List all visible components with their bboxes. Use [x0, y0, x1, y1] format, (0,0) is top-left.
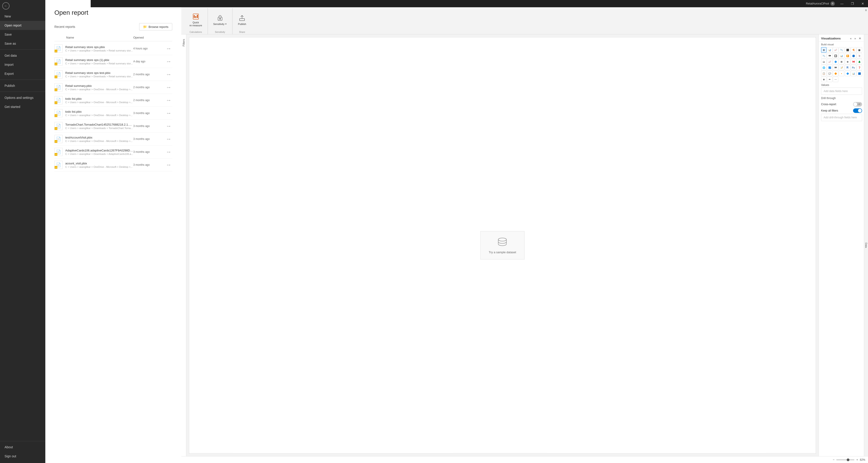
canvas-area: Try a sample dataset [186, 34, 434, 231]
report-path: C > Users > asanglikar > OneDrive - Micr… [65, 101, 133, 104]
file-icon: 📄 d [54, 135, 63, 143]
open-report-title: Open report [54, 9, 172, 16]
report-opened: 3 months ago [133, 137, 165, 141]
report-info: todo list.pbix C > Users > asanglikar > … [65, 110, 133, 117]
sidebar-item-new[interactable]: New [0, 12, 45, 21]
report-opened: 3 months ago [133, 112, 165, 115]
report-item[interactable]: 📄 d acount_visit.pbix C > Users > asangl… [54, 158, 172, 171]
column-name-header: Name [54, 36, 133, 39]
svg-rect-6 [240, 19, 245, 21]
filters-panel: Filters [181, 34, 186, 231]
report-table-header: Name Opened [54, 34, 172, 41]
report-item[interactable]: 📄 d Retail summary store ops (1).pbix C … [54, 55, 172, 68]
sensitivity-dropdown-icon: ▼ [225, 23, 227, 25]
file-badge: d [55, 102, 57, 104]
report-item[interactable]: 📄 d Retail summary store ops test.pbix C… [54, 68, 172, 81]
report-item[interactable]: 📄 d testAccountVisit.pbix C > Users > as… [54, 133, 172, 146]
pin-button[interactable]: ⊶ [165, 163, 172, 167]
share-group-label: Share [239, 31, 245, 34]
report-item[interactable]: 📄 d Retail summary store ops.pbix C > Us… [54, 42, 172, 55]
report-path: C > Users > asanglikar > OneDrive - Micr… [65, 140, 133, 142]
report-path: C > Users > asanglikar > OneDrive - Micr… [65, 114, 133, 117]
report-name: todo list.pbix [65, 97, 133, 100]
report-path: C > Users > asanglikar > OneDrive - Micr… [65, 88, 133, 91]
report-opened: 2 months ago [133, 86, 165, 89]
report-item[interactable]: 📄 d AdaptiveCards106.adaptiveCards1267F9… [54, 146, 172, 158]
report-path: C > Users > asanglikar > OneDrive - Micr… [65, 166, 133, 168]
sidebar-item-save-as[interactable]: Save as [0, 39, 45, 48]
browse-reports-button[interactable]: 📁 Browse reports [139, 23, 172, 30]
report-info: AdaptiveCards106.adaptiveCards1267F9A029… [65, 149, 133, 155]
report-info: Retail summary store ops (1).pbix C > Us… [65, 58, 133, 65]
pin-button[interactable]: ⊶ [165, 137, 172, 141]
svg-point-5 [219, 18, 221, 20]
report-name: TornadoChart.TornadoChart1452517688218.2… [65, 123, 133, 126]
sidebar-item-save[interactable]: Save [0, 30, 45, 39]
report-name: testAccountVisit.pbix [65, 136, 133, 139]
open-report-panel: Open report Recent reports 📁 Browse repo… [45, 0, 181, 231]
report-name: Retail summary.pbix [65, 84, 133, 88]
sidebar-item-publish[interactable]: Publish [0, 81, 45, 90]
report-name: Retail summary store ops (1).pbix [65, 58, 133, 62]
report-path: C > Users > asanglikar > Downloads > Ada… [65, 153, 133, 155]
sidebar-nav: New Open report Save Save as Get data Im… [0, 12, 45, 231]
publish-label: Publish [238, 23, 246, 25]
folder-icon: 📁 [143, 25, 147, 29]
svg-rect-1 [194, 15, 195, 18]
report-path: C > Users > asanglikar > Downloads > Ret… [65, 62, 133, 65]
sensitivity-button[interactable]: Sensitivity ▼ [212, 13, 229, 26]
sidebar-item-import[interactable]: Import [0, 60, 45, 69]
file-badge: d [55, 63, 57, 65]
pin-button[interactable]: ⊶ [165, 85, 172, 90]
sidebar-item-get-started[interactable]: Get started [0, 102, 45, 111]
sidebar-item-open-report[interactable]: Open report [0, 21, 45, 30]
title-bar: RetailAuroraClPool R — ❐ ✕ [91, 0, 434, 7]
sensitivity-label: Sensitivity [213, 23, 225, 25]
report-item[interactable]: 📄 d TornadoChart.TornadoChart14525176882… [54, 120, 172, 133]
report-item[interactable]: 📄 d Retail summary.pbix C > Users > asan… [54, 81, 172, 94]
pin-button[interactable]: ⊶ [165, 72, 172, 77]
report-item[interactable]: 📄 d todo list.pbix C > Users > asanglika… [54, 94, 172, 107]
sidebar-divider-2 [0, 80, 45, 80]
file-icon: 📄 d [54, 148, 63, 156]
pin-button[interactable]: ⊶ [165, 111, 172, 115]
pin-button[interactable]: ⊶ [165, 124, 172, 128]
quick-measure-button[interactable]: Quickre measure [188, 12, 204, 28]
column-pin-header [165, 36, 172, 39]
sensitivity-group-label: Sensitivity [215, 31, 225, 34]
report-opened: 2 months ago [133, 73, 165, 76]
pin-button[interactable]: ⊶ [165, 47, 172, 51]
report-name: Retail summary store ops.pbix [65, 45, 133, 49]
pin-button[interactable]: ⊶ [165, 59, 172, 64]
report-opened: A day ago [133, 60, 165, 63]
pin-button[interactable]: ⊶ [165, 150, 172, 154]
report-opened: 3 months ago [133, 163, 165, 167]
sidebar: ← New Open report Save Save as Get data … [0, 0, 45, 231]
column-opened-header: Opened [133, 36, 165, 39]
sidebar-item-options[interactable]: Options and settings [0, 93, 45, 102]
file-badge: d [55, 114, 57, 117]
quick-measure-icon [192, 13, 199, 20]
report-name: todo list.pbix [65, 110, 133, 113]
publish-button[interactable]: Publish [236, 13, 248, 26]
share-group: Publish Share [232, 8, 252, 34]
sidebar-item-get-data[interactable]: Get data [0, 51, 45, 60]
report-opened: 2 months ago [133, 98, 165, 102]
file-icon: 📄 d [54, 45, 63, 53]
report-item[interactable]: 📄 d todo list.pbix C > Users > asanglika… [54, 107, 172, 120]
filters-label[interactable]: Filters [182, 39, 185, 47]
pin-button[interactable]: ⊶ [165, 98, 172, 103]
ribbon: Quickre measure Calculations Sensitivity… [181, 7, 434, 34]
sidebar-item-export[interactable]: Export [0, 69, 45, 78]
report-info: todo list.pbix C > Users > asanglikar > … [65, 97, 133, 104]
main-content: Filters Try a sample dataset Visualizati… [181, 34, 434, 231]
report-info: Retail summary store ops test.pbix C > U… [65, 71, 133, 78]
svg-rect-2 [195, 16, 196, 18]
report-info: testAccountVisit.pbix C > Users > asangl… [65, 136, 133, 142]
report-opened: 3 months ago [133, 124, 165, 128]
reports-list: 📄 d Retail summary store ops.pbix C > Us… [54, 42, 172, 231]
file-icon: 📄 d [54, 122, 63, 130]
report-info: TornadoChart.TornadoChart1452517688218.2… [65, 123, 133, 129]
back-button[interactable]: ← [2, 2, 9, 9]
file-icon: 📄 d [54, 83, 63, 91]
